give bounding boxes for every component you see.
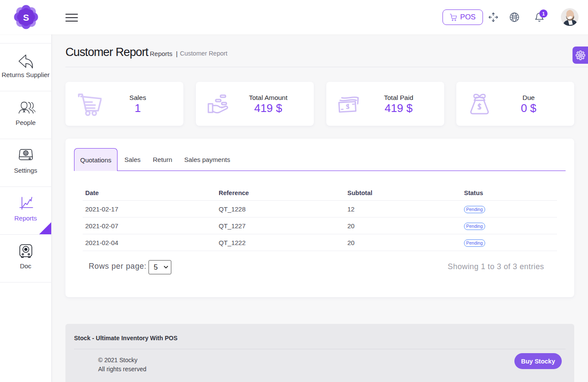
svg-text:S: S [23,12,29,22]
